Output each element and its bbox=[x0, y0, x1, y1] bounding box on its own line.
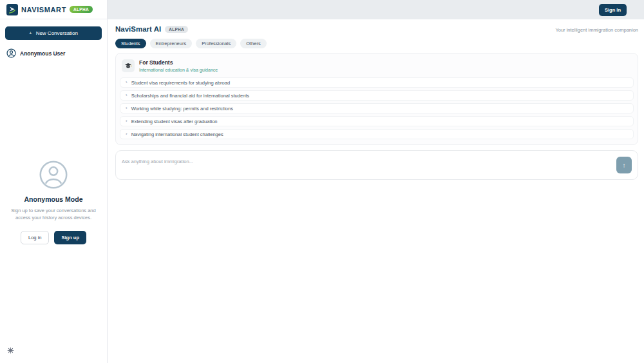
page-header: NaviSmart AI ALPHA Your intelligent immi… bbox=[115, 25, 638, 33]
new-conversation-button[interactable]: + New Conversation bbox=[5, 26, 102, 40]
suggestions-header: For Students International education & v… bbox=[120, 57, 634, 77]
tab-professionals[interactable]: Professionals bbox=[196, 39, 236, 48]
suggestions-card: For Students International education & v… bbox=[115, 53, 638, 145]
auth-buttons: Log in Sign up bbox=[21, 231, 86, 244]
app-window: NAVISMART ALPHA + New Conversation Anony… bbox=[0, 0, 644, 363]
brand-header: NAVISMART ALPHA bbox=[0, 0, 107, 19]
category-tabs: Students Entrepreneurs Professionals Oth… bbox=[115, 39, 638, 48]
chevron-right-icon: › bbox=[126, 93, 128, 98]
sidebar: NAVISMART ALPHA + New Conversation Anony… bbox=[0, 0, 108, 363]
theme-toggle-sun-icon[interactable] bbox=[7, 347, 14, 354]
page-title: NaviSmart AI bbox=[115, 25, 161, 33]
brand-name: NAVISMART bbox=[21, 6, 66, 14]
navismart-logo-icon bbox=[6, 4, 18, 15]
anonymous-user-row[interactable]: Anonymous User bbox=[0, 40, 107, 64]
suggestions-subtitle: International education & visa guidance bbox=[139, 68, 218, 72]
alpha-badge-grey: ALPHA bbox=[165, 26, 188, 33]
graduation-cap-icon bbox=[122, 59, 135, 72]
suggestion-item[interactable]: › Scholarships and financial aid for int… bbox=[120, 90, 634, 101]
suggestions-list: › Student visa requirements for studying… bbox=[120, 77, 634, 139]
suggestion-label: Student visa requirements for studying a… bbox=[131, 80, 230, 86]
message-composer: ↑ bbox=[115, 150, 638, 180]
anonymous-mode-description: Sign up to save your conversations and a… bbox=[9, 207, 98, 222]
tagline: Your intelligent immigration companion bbox=[555, 27, 638, 33]
tab-entrepreneurs[interactable]: Entrepreneurs bbox=[150, 39, 193, 48]
suggestion-label: Extending student visas after graduation bbox=[131, 119, 218, 124]
tab-others[interactable]: Others bbox=[240, 39, 267, 48]
chevron-right-icon: › bbox=[126, 106, 128, 111]
suggestion-item[interactable]: › Working while studying: permits and re… bbox=[120, 103, 634, 113]
anonymous-mode-panel: Anonymous Mode Sign up to save your conv… bbox=[0, 64, 107, 340]
suggestion-label: Scholarships and financial aid for inter… bbox=[131, 93, 249, 99]
anonymous-mode-title: Anonymous Mode bbox=[24, 195, 83, 203]
anonymous-user-label: Anonymous User bbox=[20, 50, 65, 57]
suggestion-label: Navigating international student challen… bbox=[131, 132, 223, 137]
suggestions-title: For Students bbox=[139, 59, 218, 66]
chevron-right-icon: › bbox=[126, 119, 128, 124]
suggestion-item[interactable]: › Student visa requirements for studying… bbox=[120, 77, 634, 88]
chevron-right-icon: › bbox=[126, 80, 128, 85]
alpha-badge: ALPHA bbox=[70, 6, 93, 13]
main-content: NaviSmart AI ALPHA Your intelligent immi… bbox=[108, 19, 644, 180]
anonymous-avatar-icon bbox=[39, 160, 68, 190]
main-area: Sign In NaviSmart AI ALPHA Your intellig… bbox=[108, 0, 644, 363]
user-circle-icon bbox=[6, 48, 16, 58]
suggestion-label: Working while studying: permits and rest… bbox=[131, 106, 233, 112]
sidebar-footer bbox=[0, 340, 107, 363]
chat-input[interactable] bbox=[122, 156, 611, 174]
sign-in-button[interactable]: Sign In bbox=[599, 4, 627, 16]
signup-button[interactable]: Sign up bbox=[54, 231, 86, 244]
login-button[interactable]: Log in bbox=[21, 231, 49, 244]
top-bar: Sign In bbox=[108, 0, 644, 19]
suggestion-item[interactable]: › Extending student visas after graduati… bbox=[120, 116, 634, 126]
plus-icon: + bbox=[29, 30, 32, 36]
chevron-right-icon: › bbox=[126, 132, 128, 137]
suggestion-item[interactable]: › Navigating international student chall… bbox=[120, 129, 634, 139]
send-button[interactable]: ↑ bbox=[616, 157, 632, 173]
tab-students[interactable]: Students bbox=[115, 39, 146, 48]
new-conversation-label: New Conversation bbox=[36, 30, 78, 36]
send-arrow-icon: ↑ bbox=[623, 162, 626, 169]
